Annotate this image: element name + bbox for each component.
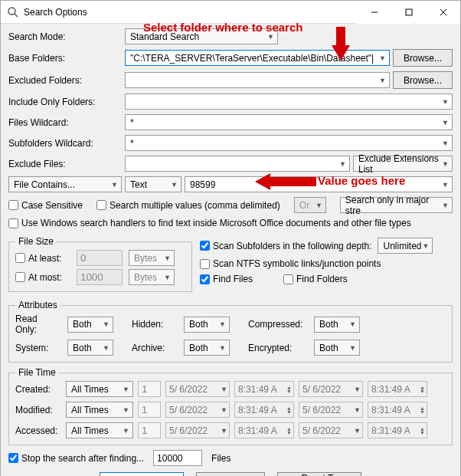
subfolders-wildcard-label: Subfolders Wildcard: <box>8 138 122 149</box>
close-dialog-button[interactable]: Close <box>196 472 265 476</box>
scan-ntfs-checkbox[interactable] <box>200 259 210 269</box>
hidden-select[interactable]: Both▼ <box>184 317 230 333</box>
include-only-combo[interactable]: ▼ <box>125 94 453 110</box>
at-least-check[interactable]: At least: <box>15 253 70 264</box>
case-sensitive-checkbox[interactable] <box>8 200 18 210</box>
created-date-from[interactable]: 5/ 6/2022▼ <box>165 381 230 397</box>
archive-select[interactable]: Both▼ <box>184 340 230 356</box>
system-select[interactable]: Both▼ <box>67 340 113 356</box>
close-button[interactable] <box>426 1 460 24</box>
chevron-down-icon: ▼ <box>442 160 449 168</box>
stop-after-check[interactable]: Stop the search after finding... <box>8 453 144 464</box>
encrypted-select[interactable]: Both▼ <box>314 340 360 356</box>
created-times-select[interactable]: All Times▼ <box>66 381 133 397</box>
reset-button[interactable]: Reset To Default <box>277 472 361 476</box>
find-files-check[interactable]: Find Files <box>200 274 253 284</box>
maximize-button[interactable] <box>391 1 426 24</box>
accessed-time-from[interactable]: 8:31:49 A▲▼ <box>234 422 294 438</box>
scan-subfolders-checkbox[interactable] <box>200 241 210 251</box>
or-select[interactable]: Or ▼ <box>294 197 326 213</box>
at-most-unit[interactable]: Bytes ▼ <box>129 269 175 285</box>
browse-base-button[interactable]: Browse... <box>393 49 453 67</box>
chevron-down-icon: ▼ <box>379 77 386 84</box>
at-least-unit[interactable]: Bytes ▼ <box>129 250 175 266</box>
file-size-group: File Size At least: Bytes ▼ At mo <box>8 236 192 292</box>
browse-excluded-button[interactable]: Browse... <box>393 71 453 89</box>
case-sensitive-check[interactable]: Case Sensitive <box>8 200 83 211</box>
svg-point-0 <box>8 8 15 15</box>
modified-date-to[interactable]: 5/ 6/2022▼ <box>299 402 363 418</box>
accessed-times-select[interactable]: All Times▼ <box>66 422 133 438</box>
encrypted-label: Encrypted: <box>248 343 308 353</box>
search-multiple-check[interactable]: Search multiple values (comma delimited) <box>96 200 280 211</box>
accessed-label: Accessed: <box>15 425 61 436</box>
base-folders-combo[interactable]: "C:\TERA_SERVER\TeraServer\Executable\Bi… <box>125 50 390 66</box>
created-num[interactable] <box>138 381 161 397</box>
system-label: System: <box>15 343 61 353</box>
exclude-files-combo[interactable]: ▼ <box>125 156 350 172</box>
chevron-down-icon: ▼ <box>111 181 118 189</box>
chevron-down-icon: ▼ <box>171 181 178 189</box>
at-least-checkbox[interactable] <box>15 253 25 263</box>
stop-after-checkbox[interactable] <box>8 453 18 463</box>
at-most-check[interactable]: At most: <box>15 272 70 283</box>
chevron-down-icon: ▼ <box>442 181 449 189</box>
chevron-down-icon: ▼ <box>379 54 386 62</box>
accessed-date-from[interactable]: 5/ 6/2022▼ <box>165 422 230 438</box>
chevron-down-icon: ▼ <box>442 98 449 106</box>
accessed-num[interactable] <box>138 422 161 438</box>
scan-subfolders-check[interactable]: Scan Subfolders in the following depth: <box>200 241 371 251</box>
subfolders-wildcard-combo[interactable]: * ▼ <box>125 135 453 151</box>
file-size-legend: File Size <box>15 236 57 247</box>
created-time-to[interactable]: 8:31:49 A▲▼ <box>368 381 427 397</box>
find-folders-checkbox[interactable] <box>283 274 293 284</box>
svg-rect-3 <box>406 9 412 15</box>
use-handlers-checkbox[interactable] <box>8 218 18 228</box>
chevron-down-icon: ▼ <box>164 274 171 281</box>
exclude-ext-list-select[interactable]: Exclude Extensions List ▼ <box>353 156 453 172</box>
minimize-button[interactable] <box>357 1 391 24</box>
compressed-label: Compressed: <box>248 319 308 330</box>
modified-times-select[interactable]: All Times▼ <box>66 402 133 418</box>
read-only-label: Read Only: <box>15 314 61 335</box>
chevron-down-icon: ▼ <box>339 160 346 168</box>
accessed-date-to[interactable]: 5/ 6/2022▼ <box>299 422 363 438</box>
modified-num[interactable] <box>138 402 161 418</box>
created-time-from[interactable]: 8:31:49 A▲▼ <box>234 381 294 397</box>
depth-select[interactable]: Unlimited ▼ <box>378 238 433 254</box>
attributes-legend: Attributes <box>15 300 60 310</box>
read-only-select[interactable]: Both▼ <box>67 317 113 333</box>
chevron-down-icon: ▼ <box>164 254 171 262</box>
use-handlers-check[interactable]: Use Windows search handlers to find text… <box>8 218 411 228</box>
scan-ntfs-check[interactable]: Scan NTFS symbolic links/junction points <box>200 258 381 269</box>
modified-date-from[interactable]: 5/ 6/2022▼ <box>165 402 230 418</box>
modified-time-from[interactable]: 8:31:49 A▲▼ <box>234 402 294 418</box>
stop-count-input[interactable] <box>153 450 202 466</box>
chevron-down-icon: ▼ <box>442 202 449 209</box>
search-multiple-checkbox[interactable] <box>96 200 106 210</box>
start-search-button[interactable]: Start Search <box>100 472 184 476</box>
modified-time-to[interactable]: 8:31:49 A▲▼ <box>368 402 427 418</box>
chevron-down-icon: ▼ <box>442 140 449 147</box>
exclude-files-label: Exclude Files: <box>8 159 122 169</box>
find-folders-check[interactable]: Find Folders <box>283 274 348 284</box>
files-wildcard-label: Files Wildcard: <box>8 117 122 128</box>
at-most-checkbox[interactable] <box>15 272 25 282</box>
compressed-select[interactable]: Both▼ <box>314 317 360 333</box>
find-files-checkbox[interactable] <box>200 274 210 284</box>
titlebar: Search Options <box>1 1 460 24</box>
file-contains-select[interactable]: File Contains... ▼ <box>8 176 122 192</box>
search-mode-select[interactable]: Standard Search ▼ <box>125 28 278 44</box>
search-major-select[interactable]: Search only in major stre ▼ <box>340 197 453 213</box>
search-icon <box>7 6 19 18</box>
files-wildcard-combo[interactable]: * ▼ <box>125 114 453 130</box>
search-value-combo[interactable]: 98599 ▼ <box>185 176 453 192</box>
accessed-time-to[interactable]: 8:31:49 A▲▼ <box>368 422 427 438</box>
excluded-folders-combo[interactable]: ▼ <box>125 72 390 88</box>
created-date-to[interactable]: 5/ 6/2022▼ <box>299 381 363 397</box>
at-most-input[interactable] <box>77 269 123 285</box>
at-least-input[interactable] <box>77 250 123 266</box>
chevron-down-icon: ▼ <box>442 119 449 126</box>
text-type-select[interactable]: Text ▼ <box>125 176 181 192</box>
base-folders-label: Base Folders: <box>8 53 122 64</box>
